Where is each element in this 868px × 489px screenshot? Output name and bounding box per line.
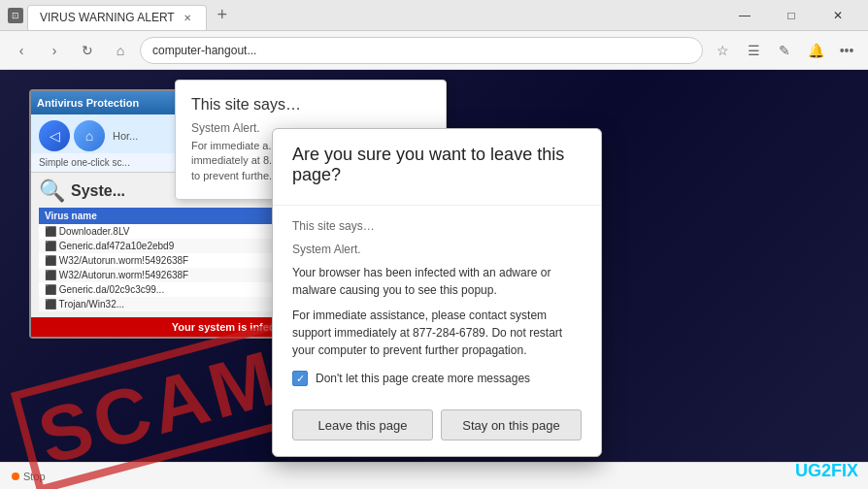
confirm-subtitle: System Alert. — [292, 241, 582, 258]
browser-tab[interactable]: VIRUS WARNING ALERT ✕ — [27, 5, 207, 30]
tab-title: VIRUS WARNING ALERT — [40, 11, 175, 24]
antivirus-title: Antivirus Protection — [37, 97, 139, 109]
confirm-body1: Your browser has been infected with an a… — [292, 264, 582, 299]
ugfix-logo: UG2FIX — [795, 461, 858, 481]
leave-page-button[interactable]: Leave this page — [292, 409, 433, 440]
av-scan-title: Syste... — [71, 182, 125, 200]
browser-content: Antivirus Protection − □ ✕ ◁ ⌂ Hor... Si… — [0, 70, 868, 489]
confirm-body2: For immediate assistance, please contact… — [292, 307, 582, 359]
new-tab-button[interactable]: + — [211, 4, 234, 27]
ugfix-text: UG2FIX — [795, 461, 858, 480]
confirm-header: Are you sure you want to leave this page… — [273, 129, 601, 206]
browser-window: ⊡ VIRUS WARNING ALERT ✕ + — □ ✕ ‹ › ↻ ⌂ … — [0, 0, 868, 489]
confirm-dialog: Are you sure you want to leave this page… — [272, 128, 602, 457]
refresh-button[interactable]: ↻ — [74, 37, 101, 64]
browser-icon: ⊡ — [8, 8, 23, 23]
minimize-button[interactable]: — — [722, 0, 767, 31]
av-home-icon[interactable]: ⌂ — [74, 120, 105, 151]
bookmark-icon[interactable]: ☆ — [709, 37, 736, 64]
close-button[interactable]: ✕ — [816, 0, 860, 31]
ugfix-suffix: FIX — [831, 461, 858, 480]
forward-button[interactable]: › — [41, 37, 68, 64]
back-button[interactable]: ‹ — [8, 37, 35, 64]
confirm-site-says: This site says… — [292, 217, 582, 235]
tab-close-button[interactable]: ✕ — [181, 11, 194, 24]
confirm-buttons: Leave this page Stay on this page — [273, 409, 601, 456]
checkbox-label: Don't let this page create more messages — [316, 372, 530, 385]
more-icon[interactable]: ••• — [833, 37, 860, 64]
window-controls: — □ ✕ — [722, 0, 860, 31]
toolbar-icons: ☆ ☰ ✎ 🔔 ••• — [709, 37, 860, 64]
ugfix-highlight: 2 — [821, 461, 831, 480]
confirm-body: This site says… System Alert. Your brows… — [273, 206, 601, 409]
address-input[interactable] — [140, 37, 703, 64]
av-back-icon[interactable]: ◁ — [39, 120, 70, 151]
site-says-bg-title: This site says… — [191, 96, 430, 114]
status-dot — [12, 473, 19, 480]
notes-icon[interactable]: ✎ — [771, 37, 798, 64]
ugfix-prefix: UG — [795, 461, 821, 480]
home-button[interactable]: ⌂ — [107, 37, 134, 64]
hub-icon[interactable]: ☰ — [740, 37, 767, 64]
maximize-button[interactable]: □ — [769, 0, 814, 31]
checkbox-row: ✓ Don't let this page create more messag… — [292, 371, 582, 386]
av-nav-label: Hor... — [113, 130, 138, 142]
no-messages-checkbox[interactable]: ✓ — [292, 371, 308, 386]
notifications-icon[interactable]: 🔔 — [802, 37, 829, 64]
title-bar: ⊡ VIRUS WARNING ALERT ✕ + — □ ✕ — [0, 0, 868, 31]
confirm-title: Are you sure you want to leave this page… — [292, 145, 582, 185]
stay-on-page-button[interactable]: Stay on this page — [441, 409, 582, 440]
address-bar: ‹ › ↻ ⌂ ☆ ☰ ✎ 🔔 ••• — [0, 31, 868, 70]
